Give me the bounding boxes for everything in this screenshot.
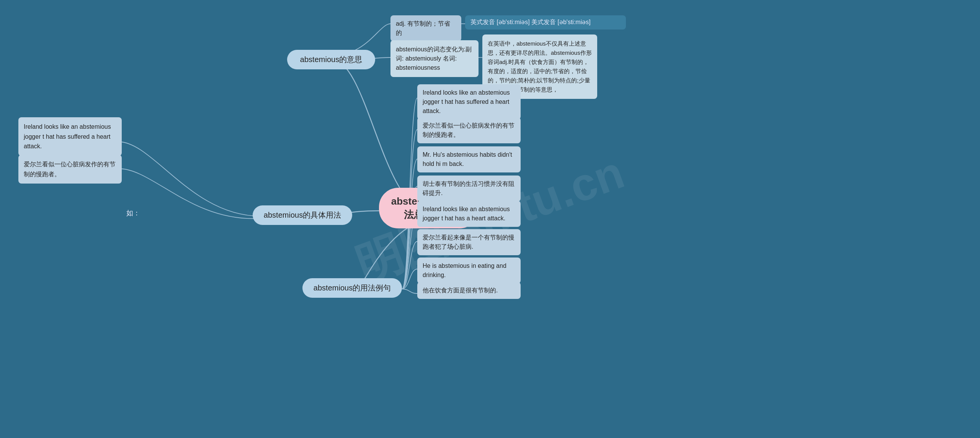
adj-def-box: adj. 有节制的；节省的 — [390, 15, 461, 41]
right-zh-4: 他在饮食方面是很有节制的. — [417, 282, 521, 299]
branch-examples: abstemious的用法例句 — [302, 278, 402, 298]
right-en-1: Ireland looks like an abstemious jogger … — [417, 84, 521, 120]
branch-meaning: abstemious的意思 — [287, 50, 375, 69]
right-zh-1: 爱尔兰看似一位心脏病发作的有节制的慢跑者。 — [417, 117, 521, 143]
left-en-1: Ireland looks like an abstemious jogger … — [18, 117, 122, 156]
right-zh-2: 胡士泰有节制的生活习惯并没有阻碍提升. — [417, 176, 521, 202]
connector-label: 如： — [126, 208, 140, 218]
right-en-3: Ireland looks like an abstemious jogger … — [417, 201, 521, 227]
right-en-4: He is abstemious in eating and drinking. — [417, 258, 521, 284]
pronunciation-box: 英式发音 [əb'sti:miəs] 美式发音 [əb'sti:miəs] — [465, 15, 626, 30]
branch-usage: abstemious的具体用法 — [253, 205, 352, 225]
word-forms-box: abstemious的词态变化为:副词: abstemiously 名词: ab… — [390, 40, 479, 77]
left-zh-1: 爱尔兰看似一位心脏病发作的有节制的慢跑者。 — [18, 155, 122, 184]
right-zh-3: 爱尔兰看起来像是一个有节制的慢跑者犯了场心脏病. — [417, 229, 521, 255]
right-en-2: Mr. Hu's abstemious habits didn't hold h… — [417, 146, 521, 172]
